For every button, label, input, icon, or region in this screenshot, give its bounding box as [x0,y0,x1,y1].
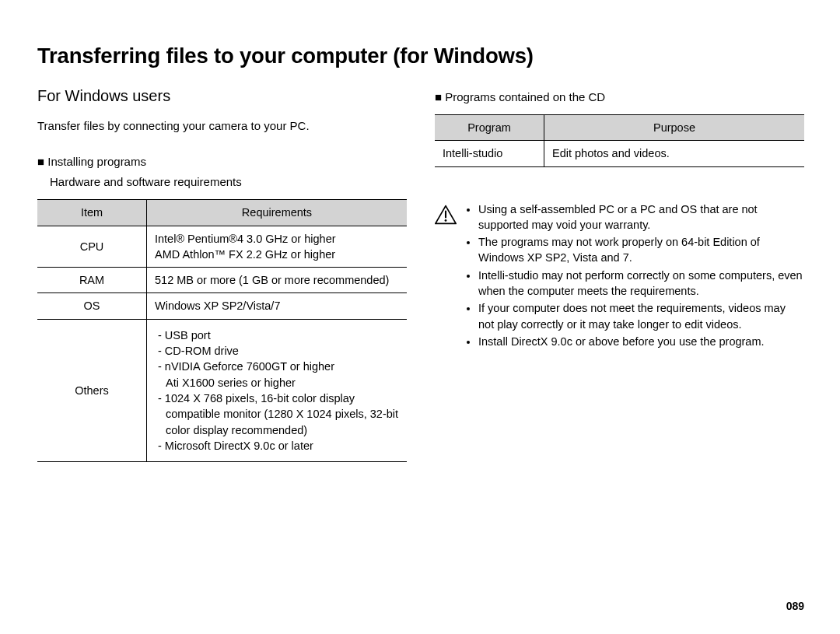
others-item: - CD-ROM drive [166,343,399,359]
hw-sw-requirements-label: Hardware and software requirements [50,173,407,191]
caution-list: Using a self-assembled PC or a PC and OS… [464,201,804,352]
caution-item: The programs may not work properly on 64… [478,234,804,266]
caution-item: Intelli-studio may not perform correctly… [478,268,804,299]
programs-on-cd-heading: ■ Programs contained on the CD [435,90,804,103]
page-title: Transferring files to your computer (for… [37,44,804,68]
caution-item: Install DirectX 9.0c or above before you… [478,334,804,349]
row-ram-label: RAM [37,268,147,293]
table-header-row: Item Requirements [37,200,407,226]
caution-item: If your computer does not meet the requi… [478,300,804,332]
row-os-value: Windows XP SP2/Vista/7 [147,293,408,319]
row-cpu-label: CPU [37,226,147,268]
programs-table: Program Purpose Intelli-studio Edit phot… [435,114,804,167]
table-header-row: Program Purpose [435,115,804,141]
others-item: - 1024 X 768 pixels, 16-bit color displa… [166,391,399,438]
row-program-purpose: Edit photos and videos. [544,141,805,166]
header-item: Item [37,200,147,226]
programs-heading-text: Programs contained on the CD [445,90,605,103]
caution-item: Using a self-assembled PC or a PC and OS… [478,201,804,233]
header-purpose: Purpose [544,115,805,141]
table-row: Others - USB port - CD-ROM drive - nVIDI… [37,319,407,461]
cpu-line1: Intel® Pentium®4 3.0 GHz or higher [155,231,399,247]
header-program: Program [435,115,544,141]
section-title: For Windows users [37,87,407,105]
left-column: For Windows users Transfer files by conn… [37,87,407,462]
others-item: - USB port [166,328,399,343]
installing-programs-heading: ■ Installing programs [37,153,407,170]
table-row: OS Windows XP SP2/Vista/7 [37,293,407,319]
row-others-value: - USB port - CD-ROM drive - nVIDIA Gefor… [147,319,408,461]
row-program-name: Intelli-studio [435,141,544,166]
row-os-label: OS [37,293,147,319]
square-bullet-icon: ■ [435,90,445,103]
row-cpu-value: Intel® Pentium®4 3.0 GHz or higher AMD A… [147,226,408,268]
row-ram-value: 512 MB or more (1 GB or more recommended… [147,268,408,293]
header-requirements: Requirements [147,200,408,226]
svg-point-2 [445,219,447,222]
page-number: 089 [786,600,804,612]
row-others-label: Others [37,319,147,461]
square-bullet-icon: ■ [37,155,47,168]
table-row: CPU Intel® Pentium®4 3.0 GHz or higher A… [37,226,407,268]
intro-paragraph: Transfer files by connecting your camera… [37,117,407,135]
caution-box: Using a self-assembled PC or a PC and OS… [435,201,804,352]
cpu-line2: AMD Athlon™ FX 2.2 GHz or higher [155,247,399,262]
others-item: - nVIDIA Geforce 7600GT or higher [166,359,399,374]
manual-page: Transferring files to your computer (for… [0,0,840,634]
two-column-layout: For Windows users Transfer files by conn… [37,87,804,462]
caution-icon [435,205,457,225]
installing-heading-text: Installing programs [47,155,146,168]
requirements-table: Item Requirements CPU Intel® Pentium®4 3… [37,199,407,462]
others-item-subline: Ati X1600 series or higher [166,375,399,391]
table-row: Intelli-studio Edit photos and videos. [435,141,804,166]
others-item: - Microsoft DirectX 9.0c or later [166,438,399,454]
right-column: ■ Programs contained on the CD Program P… [435,87,804,462]
table-row: RAM 512 MB or more (1 GB or more recomme… [37,268,407,293]
